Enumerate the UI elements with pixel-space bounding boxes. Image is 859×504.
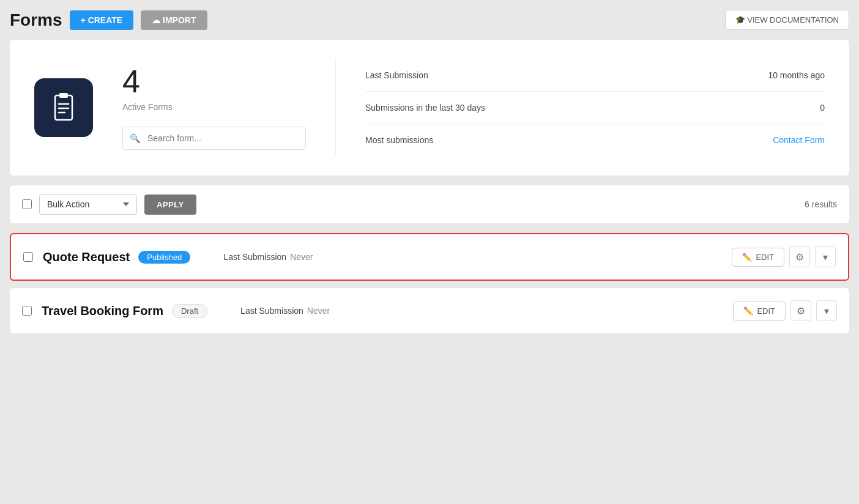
create-button[interactable]: + CREATE xyxy=(70,10,134,30)
form-item-left-1: Travel Booking Form Draft Last Submissio… xyxy=(42,304,723,318)
form-item-actions-0: ✏️ EDIT ⚙ ▾ xyxy=(732,246,836,267)
submission-label-1: Last Submission xyxy=(240,306,303,316)
submissions-30-label: Submissions in the last 30 days xyxy=(365,103,485,113)
svg-rect-1 xyxy=(59,93,68,98)
submission-label-0: Last Submission xyxy=(223,252,286,262)
search-icon: 🔍 xyxy=(130,133,140,143)
page-header: Forms + CREATE ☁ IMPORT 🎓 VIEW DOCUMENTA… xyxy=(10,10,849,30)
submission-value-1: Never xyxy=(307,306,330,316)
gear-icon-0: ⚙ xyxy=(795,251,804,263)
chevron-down-icon-0: ▾ xyxy=(823,251,828,263)
header-left: Forms + CREATE ☁ IMPORT xyxy=(10,10,207,30)
last-submission-value: 10 months ago xyxy=(768,70,825,80)
chevron-down-icon-1: ▾ xyxy=(824,305,829,317)
edit-button-0[interactable]: ✏️ EDIT xyxy=(732,248,784,267)
submissions-30-row: Submissions in the last 30 days 0 xyxy=(365,92,825,124)
last-submission-row: Last Submission 10 months ago xyxy=(365,59,825,92)
form-status-badge-1: Draft xyxy=(172,304,207,318)
apply-button[interactable]: APPLY xyxy=(144,195,196,215)
forms-icon-wrap xyxy=(34,78,93,137)
bulk-action-dropdown[interactable]: Bulk Action xyxy=(39,194,137,215)
submission-value-0: Never xyxy=(290,252,313,262)
stats-center: 4 Active Forms 🔍 xyxy=(122,65,306,150)
form-item-actions-1: ✏️ EDIT ⚙ ▾ xyxy=(733,300,837,321)
search-input[interactable] xyxy=(122,127,306,150)
stats-right: Last Submission 10 months ago Submission… xyxy=(335,59,825,156)
settings-button-1[interactable]: ⚙ xyxy=(790,300,811,321)
bulk-left: Bulk Action APPLY xyxy=(22,194,196,215)
select-all-checkbox[interactable] xyxy=(22,199,32,209)
edit-label-1: EDIT xyxy=(757,306,775,316)
form-item-left-0: Quote Request Published Last Submission … xyxy=(43,250,722,264)
last-submission-label: Last Submission xyxy=(365,70,428,80)
results-count: 6 results xyxy=(805,199,837,209)
forms-list: Quote Request Published Last Submission … xyxy=(10,233,849,333)
bulk-action-bar: Bulk Action APPLY 6 results xyxy=(10,185,849,223)
most-submissions-value[interactable]: Contact Form xyxy=(773,135,825,145)
active-forms-label: Active Forms xyxy=(122,102,306,112)
page-title: Forms xyxy=(10,10,62,30)
form-status-badge-0: Published xyxy=(138,251,190,264)
form-checkbox-0[interactable] xyxy=(23,252,33,262)
stats-card: 4 Active Forms 🔍 Last Submission 10 mont… xyxy=(10,40,849,176)
form-submission-1: Last Submission Never xyxy=(240,306,330,316)
form-item: Travel Booking Form Draft Last Submissio… xyxy=(10,288,849,333)
form-item: Quote Request Published Last Submission … xyxy=(10,233,849,281)
form-item-name-0: Quote Request xyxy=(43,250,130,264)
expand-button-1[interactable]: ▾ xyxy=(816,300,837,321)
search-wrap: 🔍 xyxy=(122,127,306,150)
most-submissions-row: Most submissions Contact Form xyxy=(365,124,825,156)
pencil-icon-0: ✏️ xyxy=(742,253,752,262)
form-checkbox-1[interactable] xyxy=(22,306,32,316)
expand-button-0[interactable]: ▾ xyxy=(815,246,836,267)
clipboard-icon xyxy=(48,92,80,124)
most-submissions-label: Most submissions xyxy=(365,135,433,145)
form-item-name-1: Travel Booking Form xyxy=(42,304,163,318)
pencil-icon-1: ✏️ xyxy=(743,306,753,316)
settings-button-0[interactable]: ⚙ xyxy=(789,246,810,267)
edit-label-0: EDIT xyxy=(756,253,774,262)
submissions-30-value: 0 xyxy=(820,103,825,113)
gear-icon-1: ⚙ xyxy=(797,305,805,317)
active-forms-count: 4 xyxy=(122,65,306,97)
view-docs-button[interactable]: 🎓 VIEW DOCUMENTATION xyxy=(725,10,849,30)
form-submission-0: Last Submission Never xyxy=(223,252,313,262)
edit-button-1[interactable]: ✏️ EDIT xyxy=(733,302,786,321)
import-button[interactable]: ☁ IMPORT xyxy=(141,10,207,30)
